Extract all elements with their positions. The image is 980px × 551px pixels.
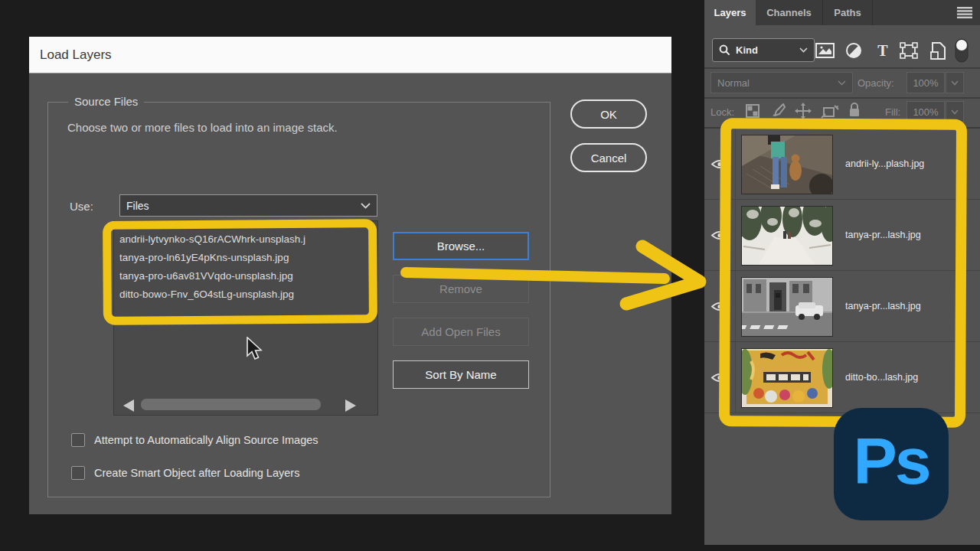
scrollbar-thumb[interactable] <box>141 399 321 410</box>
layer-row[interactable]: ditto-bo...lash.jpg <box>704 342 980 413</box>
chevron-down-icon <box>951 80 959 86</box>
blend-mode-dropdown: Normal <box>710 72 853 93</box>
tab-paths[interactable]: Paths <box>823 0 873 25</box>
remove-button: Remove <box>393 275 529 303</box>
chevron-down-icon <box>361 203 371 209</box>
dialog-title: Load Layers <box>40 37 112 73</box>
type-layer-filter-icon[interactable]: T <box>873 41 893 60</box>
tab-layers[interactable]: Layers <box>704 0 756 25</box>
lock-all-icon <box>848 103 861 118</box>
layer-thumbnail[interactable] <box>741 135 833 194</box>
filter-toggle-icon[interactable] <box>955 38 969 63</box>
panel-tabbar: Layers Channels Paths <box>704 0 980 25</box>
pixel-layer-filter-icon[interactable] <box>815 41 835 60</box>
chevron-down-icon <box>951 109 959 115</box>
layer-thumbnail[interactable] <box>741 277 833 337</box>
layer-name[interactable]: tanya-pr...lash.jpg <box>845 271 921 341</box>
photoshop-logo: Ps <box>834 408 949 520</box>
kind-filter-value: Kind <box>736 44 794 56</box>
list-item[interactable]: ditto-bowo-Fnv_6O4stLg-unsplash.jpg <box>119 285 377 304</box>
photoshop-logo-text: Ps <box>853 423 929 505</box>
layer-row[interactable]: tanya-pr...lash.jpg <box>704 200 980 271</box>
adjustment-layer-filter-icon[interactable] <box>844 41 864 60</box>
lock-move-icon <box>795 103 812 119</box>
opacity-chevron <box>946 72 964 93</box>
blend-mode-value: Normal <box>717 77 838 89</box>
eye-icon[interactable] <box>704 200 736 270</box>
kind-filter-dropdown[interactable]: Kind <box>712 38 815 62</box>
svg-text:T: T <box>877 43 888 58</box>
eye-icon[interactable] <box>704 271 736 341</box>
list-item[interactable]: tanya-pro-u6av81VVqdo-unsplash.jpg <box>119 267 377 285</box>
layer-row[interactable]: andrii-ly...plash.jpg <box>704 129 980 200</box>
divider <box>704 67 980 69</box>
lock-label: Lock: <box>710 106 734 118</box>
search-icon <box>719 44 730 56</box>
eye-icon[interactable] <box>704 129 736 199</box>
cancel-button[interactable]: Cancel <box>570 143 647 172</box>
list-item[interactable]: andrii-lytvynko-sQ16rACWhrk-unsplash.j <box>119 230 377 249</box>
layer-thumbnail[interactable] <box>741 348 833 408</box>
smart-object-filter-icon[interactable] <box>928 41 948 60</box>
lock-paint-icon <box>770 103 786 119</box>
sort-by-name-button[interactable]: Sort By Name <box>393 360 529 389</box>
smart-object-checkbox[interactable] <box>71 466 85 480</box>
panel-menu-icon[interactable] <box>957 7 972 18</box>
use-dropdown-value: Files <box>126 200 361 212</box>
smart-object-row: Create Smart Object after Loading Layers <box>71 465 299 481</box>
lock-artboard-icon <box>821 105 839 119</box>
chevron-down-icon <box>799 47 808 53</box>
eye-icon[interactable] <box>704 342 736 412</box>
align-images-checkbox[interactable] <box>71 433 85 447</box>
browse-button[interactable]: Browse... <box>393 232 529 260</box>
layer-name[interactable]: tanya-pr...lash.jpg <box>845 200 921 270</box>
align-images-row: Attempt to Automatically Align Source Im… <box>71 432 318 448</box>
align-images-label: Attempt to Automatically Align Source Im… <box>94 434 318 446</box>
list-item[interactable]: tanya-pro-ln61yE4pKns-unsplash.jpg <box>119 249 377 267</box>
opacity-value: 100% <box>906 72 945 93</box>
opacity-label: Opacity: <box>858 77 894 89</box>
source-files-description: Choose two or more files to load into an… <box>67 121 338 134</box>
fill-value: 100% <box>906 101 945 122</box>
use-label: Use: <box>70 200 93 213</box>
scroll-right-icon[interactable] <box>345 399 356 412</box>
ok-button[interactable]: OK <box>570 99 647 129</box>
chevron-down-icon <box>838 80 846 86</box>
horizontal-scrollbar[interactable] <box>114 396 377 415</box>
layer-row[interactable]: tanya-pr...lash.jpg <box>704 271 980 342</box>
divider <box>704 97 980 99</box>
use-dropdown[interactable]: Files <box>119 194 377 217</box>
scroll-left-icon[interactable] <box>123 399 134 412</box>
source-files-label: Source Files <box>68 95 144 108</box>
lock-transparency-icon <box>746 104 760 118</box>
fill-label: Fill: <box>885 106 900 118</box>
fill-chevron <box>946 101 964 122</box>
layer-name[interactable]: ditto-bo...lash.jpg <box>845 342 918 412</box>
source-files-list[interactable]: andrii-lytvynko-sQ16rACWhrk-unsplash.j t… <box>113 220 378 416</box>
layer-name[interactable]: andrii-ly...plash.jpg <box>845 129 924 199</box>
tab-channels[interactable]: Channels <box>756 0 823 25</box>
dialog-titlebar[interactable]: Load Layers <box>29 37 671 73</box>
shape-layer-filter-icon[interactable] <box>899 41 919 60</box>
smart-object-label: Create Smart Object after Loading Layers <box>94 467 299 479</box>
load-layers-dialog: Load Layers Source Files Choose two or m… <box>29 37 671 514</box>
layer-thumbnail[interactable] <box>741 206 833 266</box>
add-open-files-button: Add Open Files <box>393 318 529 346</box>
